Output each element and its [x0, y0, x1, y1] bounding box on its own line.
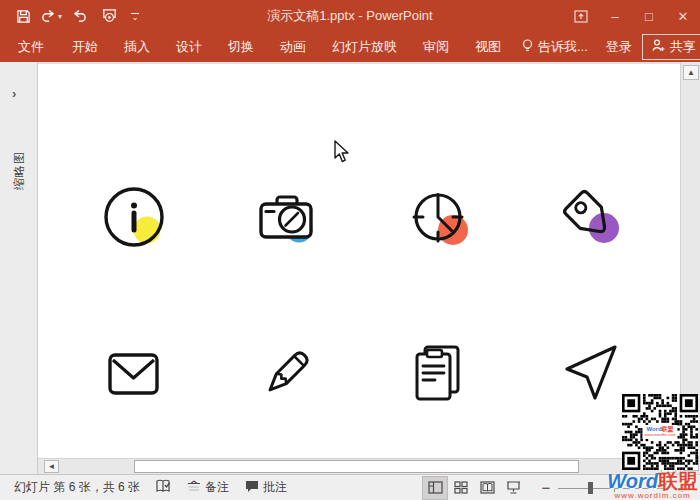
tell-me-box[interactable]: 告诉我... — [514, 34, 596, 60]
redo-button[interactable] — [66, 4, 92, 28]
status-bar: 幻灯片 第 6 张，共 6 张 备注 批注 — [0, 474, 700, 500]
view-slide-sorter-button[interactable] — [448, 476, 474, 500]
lightbulb-icon — [522, 39, 533, 56]
quick-access-toolbar: ▾ ⌄ — [0, 4, 144, 28]
mouse-cursor — [331, 140, 351, 168]
tab-design[interactable]: 设计 — [163, 33, 215, 61]
thumbnail-pane-collapsed[interactable]: › 缩略图 — [0, 62, 38, 474]
zoom-out-button[interactable]: − — [540, 479, 552, 496]
tab-file[interactable]: 文件 — [3, 33, 59, 61]
comment-icon — [245, 480, 259, 496]
tab-review[interactable]: 审阅 — [410, 33, 462, 61]
qr-code: Word联盟 www.wordlm.com — [622, 394, 698, 470]
tab-view[interactable]: 视图 — [462, 33, 514, 61]
slide-canvas[interactable] — [38, 62, 680, 458]
customize-quick-access-button[interactable]: ⌄ — [126, 13, 144, 20]
share-button[interactable]: 共享 — [642, 34, 700, 60]
slide-shape-copy-icon[interactable] — [404, 339, 474, 409]
tab-transitions[interactable]: 切换 — [215, 33, 267, 61]
notes-button[interactable]: 备注 — [179, 479, 237, 496]
spell-check-icon — [156, 479, 171, 496]
undo-button[interactable]: ▾ — [40, 9, 62, 24]
slide-shape-clock-icon[interactable] — [404, 184, 474, 254]
slide-shape-mail-icon[interactable] — [99, 339, 169, 409]
slide-number-indicator[interactable]: 幻灯片 第 6 张，共 6 张 — [6, 479, 148, 496]
watermark-brand-red: 联盟 — [658, 470, 698, 492]
slide-shape-send-icon[interactable] — [557, 339, 627, 409]
start-slideshow-button[interactable] — [96, 4, 122, 28]
sign-in-button[interactable]: 登录 — [596, 34, 642, 60]
view-slideshow-button[interactable] — [500, 476, 526, 500]
powerpoint-window: ▾ ⌄ 演示文稿1.pptx - PowerPoint – □ ✕ 文件 开始 … — [0, 0, 700, 500]
slide-shape-tag-icon[interactable] — [557, 184, 627, 254]
watermark-brand-blue: Word — [607, 470, 658, 492]
close-button[interactable]: ✕ — [666, 0, 700, 32]
ribbon-tab-row: 文件 开始 插入 设计 切换 动画 幻灯片放映 审阅 视图 告诉我... 登录 … — [0, 32, 700, 62]
spell-check-button[interactable] — [148, 479, 179, 496]
save-button[interactable] — [10, 4, 36, 28]
title-bar: ▾ ⌄ 演示文稿1.pptx - PowerPoint – □ ✕ — [0, 0, 700, 32]
thumbnail-pane-label: 缩略图 — [10, 151, 27, 190]
scroll-left-arrow[interactable]: ◄ — [44, 460, 59, 473]
tell-me-label: 告诉我... — [538, 38, 588, 56]
zoom-slider-thumb[interactable] — [588, 482, 593, 494]
share-label: 共享 — [670, 38, 696, 56]
tab-animations[interactable]: 动画 — [267, 33, 319, 61]
comments-button[interactable]: 批注 — [237, 479, 295, 496]
scroll-up-arrow[interactable]: ▲ — [683, 65, 699, 80]
person-plus-icon — [652, 39, 665, 55]
watermark-url: www.wordlm.com — [607, 492, 698, 500]
tab-home[interactable]: 开始 — [59, 33, 111, 61]
horizontal-scroll-thumb[interactable] — [134, 460, 579, 473]
site-watermark: Word联盟 www.wordlm.com — [607, 471, 698, 500]
notes-icon — [187, 480, 201, 495]
accent-circle-yellow — [134, 217, 161, 244]
qr-center-logo: Word联盟 www.wordlm.com — [642, 425, 677, 439]
view-normal-button[interactable] — [422, 476, 448, 500]
tab-insert[interactable]: 插入 — [111, 33, 163, 61]
undo-dropdown-caret[interactable]: ▾ — [58, 12, 62, 21]
slide-shape-info-icon[interactable] — [99, 184, 169, 254]
window-controls: – □ ✕ — [564, 0, 700, 32]
horizontal-scrollbar[interactable]: ◄ ► — [38, 458, 680, 474]
minimize-button[interactable]: – — [598, 0, 632, 32]
maximize-button[interactable]: □ — [632, 0, 666, 32]
tab-slideshow[interactable]: 幻灯片放映 — [319, 33, 410, 61]
ribbon-display-options-button[interactable] — [564, 0, 598, 32]
slide-shape-pencil-icon[interactable] — [252, 339, 322, 409]
expand-pane-chevron-icon[interactable]: › — [12, 86, 16, 101]
slide-shape-camera-icon[interactable] — [252, 184, 322, 254]
view-reading-button[interactable] — [474, 476, 500, 500]
